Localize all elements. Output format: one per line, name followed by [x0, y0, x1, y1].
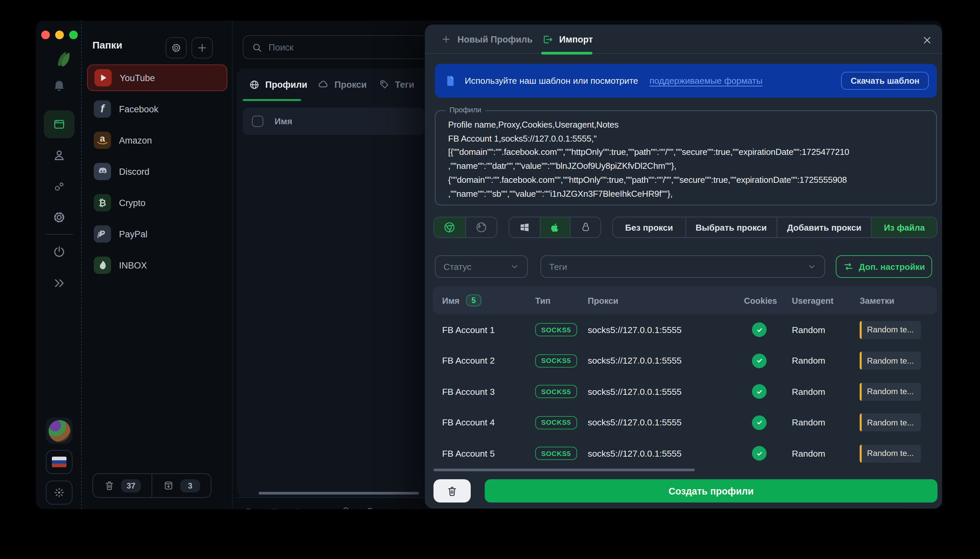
proxy-option-add[interactable]: Добавить прокси [776, 217, 871, 237]
add-folder-button[interactable] [192, 37, 213, 58]
chevron-down-icon [510, 262, 519, 271]
theme-toggle[interactable] [46, 481, 73, 504]
os-selector [508, 217, 601, 238]
download-template-button[interactable]: Скачать шаблон [841, 72, 929, 90]
folder-item-crypto[interactable]: ₿ Crypto [87, 189, 227, 216]
macos-os-option[interactable] [540, 217, 570, 237]
close-modal-button[interactable] [919, 33, 934, 47]
folder-item-discord[interactable]: Discord [87, 158, 227, 185]
folder-item-inbox[interactable]: INBOX [87, 252, 227, 278]
proxy-value: socks5://127.0.0.1:5555 [588, 418, 744, 428]
tab-profiles[interactable]: Профили [249, 76, 307, 93]
collapse-sidebar-icon[interactable] [52, 276, 66, 291]
horizontal-scrollbar[interactable] [258, 492, 419, 495]
run-tool-button[interactable] [382, 501, 406, 509]
tags-dropdown[interactable]: Теги [541, 255, 825, 278]
proxy-option-from-file[interactable]: Из файла [871, 217, 937, 237]
minimize-window-button[interactable] [55, 31, 64, 39]
zoom-window-button[interactable] [69, 31, 78, 39]
profiles-textarea[interactable]: Профили Profile name,Proxy,Cookies,Usera… [435, 110, 937, 205]
profile-name: FB Account 3 [442, 387, 535, 397]
proxy-option-none[interactable]: Без прокси [613, 217, 685, 237]
cookies-tool-button[interactable] [286, 501, 310, 509]
globe-icon [249, 79, 260, 90]
notes-chip: Random te... [860, 352, 921, 370]
proxy-value: socks5://127.0.0.1:5555 [588, 387, 744, 397]
supported-formats-link[interactable]: поддерживаемые форматы [650, 76, 763, 86]
search-icon [251, 41, 263, 53]
russian-flag-icon [52, 456, 66, 467]
tab-import[interactable]: Импорт [542, 31, 593, 48]
table-horizontal-scrollbar[interactable] [434, 469, 695, 471]
language-switcher[interactable] [46, 450, 73, 474]
firefox-browser-option[interactable] [465, 217, 497, 237]
status-dropdown[interactable]: Статус [435, 255, 528, 278]
cookies-check-icon [752, 415, 766, 430]
profile-name: FB Account 4 [442, 418, 535, 428]
import-modal: Новый Профиль Импорт Используйте наш шаб… [425, 25, 942, 508]
trash-icon [104, 480, 115, 491]
trash-count-badge: 37 [121, 479, 141, 492]
sidebar-item-settings[interactable] [52, 210, 66, 225]
chrome-browser-option[interactable] [434, 217, 465, 237]
clear-profiles-button[interactable] [434, 479, 471, 503]
trash-counter[interactable]: 37 [93, 474, 152, 497]
chrome-icon [443, 221, 457, 234]
tag-icon [379, 79, 390, 90]
windows-os-option[interactable] [509, 217, 540, 237]
folder-item-youtube[interactable]: YouTube [87, 64, 227, 91]
table-row: FB Account 2 SOCKS5 socks5://127.0.0.1:5… [433, 345, 937, 376]
table-row: FB Account 3 SOCKS5 socks5://127.0.0.1:5… [433, 376, 937, 407]
left-rail [36, 21, 82, 509]
folder-item-paypal[interactable]: PP PayPal [87, 221, 227, 247]
power-icon[interactable] [52, 245, 66, 259]
proxy-option-select[interactable]: Выбрать прокси [685, 217, 776, 237]
profile-name: FB Account 2 [442, 356, 535, 366]
automation-tool-button[interactable] [310, 501, 334, 509]
folders-settings-button[interactable] [166, 37, 187, 58]
profiles-table-header: Имя [243, 108, 425, 135]
archive-download-icon [163, 480, 174, 491]
cloud-restore-tool-button[interactable] [334, 501, 358, 509]
robot-arm-icon [316, 507, 328, 509]
linux-os-option[interactable] [570, 217, 600, 237]
app-logo [52, 47, 73, 68]
import-preview-table: Имя 5 Тип Прокси Cookies Useragent Замет… [433, 286, 937, 469]
folder-item-facebook[interactable]: f Facebook [87, 96, 227, 122]
sidebar-item-automation[interactable] [52, 179, 66, 194]
template-banner: Используйте наш шаблон или посмотрите по… [435, 64, 937, 98]
cloud-edit-tool-button[interactable] [358, 501, 382, 509]
tags-tool-button[interactable] [238, 501, 262, 509]
sliders-icon [843, 261, 854, 272]
apple-icon [549, 221, 561, 234]
cookies-check-icon [752, 447, 766, 461]
notifications-bell-icon[interactable] [52, 78, 66, 93]
tab-tags[interactable]: Теги [379, 76, 414, 93]
close-window-button[interactable] [41, 31, 50, 39]
user-avatar[interactable] [46, 417, 73, 444]
notes-chip: Random te... [860, 321, 921, 339]
table-row: FB Account 1 SOCKS5 socks5://127.0.0.1:5… [433, 314, 937, 345]
proxy-value: socks5://127.0.0.1:5555 [588, 325, 744, 335]
export-tool-button[interactable] [262, 501, 286, 509]
folder-item-amazon[interactable]: a Amazon [87, 127, 227, 154]
notes-chip: Random te... [860, 383, 921, 401]
advanced-settings-button[interactable]: Доп. настройки [836, 255, 932, 278]
sidebar-item-account[interactable] [52, 148, 66, 163]
select-all-checkbox[interactable] [252, 116, 263, 127]
tab-proxies[interactable]: Прокси [317, 76, 367, 93]
app-window: Папки YouTube f Facebook a Amazon [36, 21, 942, 509]
sidebar-item-profiles[interactable] [44, 110, 74, 138]
trash-icon [446, 485, 458, 497]
tag-icon [244, 507, 256, 509]
cloud-restore-icon [340, 506, 352, 509]
create-profiles-button[interactable]: Создать профили [485, 479, 937, 503]
cookies-check-icon [752, 323, 766, 337]
modal-header: Новый Профиль Импорт [425, 25, 942, 54]
import-count-badge: 3 [180, 479, 200, 492]
tab-new-profile[interactable]: Новый Профиль [441, 31, 533, 48]
folder-counters: 37 3 [93, 473, 212, 498]
linux-icon [579, 222, 591, 233]
firefox-icon [475, 221, 488, 234]
import-counter[interactable]: 3 [152, 474, 211, 497]
